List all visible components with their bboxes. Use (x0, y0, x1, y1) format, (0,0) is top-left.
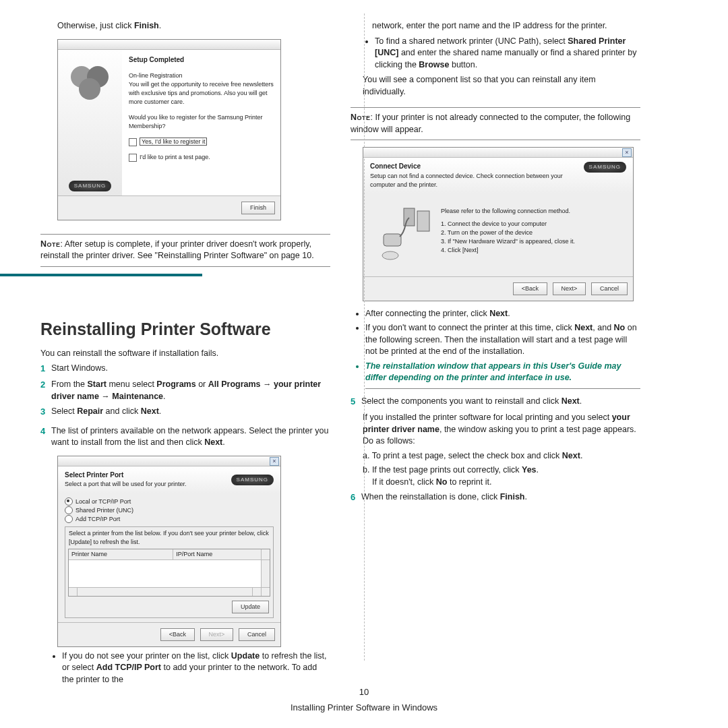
update-button[interactable]: Update (232, 601, 269, 613)
svg-rect-4 (417, 211, 429, 231)
svg-point-2 (79, 78, 100, 100)
samsung-logo: SAMSUNG (69, 181, 111, 191)
connect-graphic-icon (370, 203, 434, 267)
right-column: network, enter the port name and the IP … (351, 20, 640, 689)
svg-point-6 (382, 251, 398, 260)
intro-text: Otherwise, just click (57, 21, 134, 30)
wizard-graphic-icon (67, 57, 114, 104)
scrollbar[interactable] (261, 560, 270, 587)
note-1: Note: After setup is complete, if your p… (40, 234, 330, 267)
register-checkbox[interactable] (129, 138, 137, 146)
step-4: The list of printers available on the ne… (51, 425, 330, 449)
left-column: Otherwise, just click Finish. SAMSUNG Se… (40, 20, 330, 689)
page-number: 10 (0, 686, 728, 699)
bullet-after-connect: After connecting the printer, click Next… (365, 308, 640, 320)
footer-title: Installing Printer Software in Windows (0, 702, 728, 715)
dlg3-title: Connect Device (370, 162, 578, 172)
close-icon[interactable]: × (270, 457, 279, 466)
cancel-button[interactable]: Cancel (239, 628, 275, 641)
testpage-checkbox[interactable] (129, 154, 137, 162)
dlg1-title: Setup Completed (129, 55, 274, 65)
step-5: Select the components you want to reinst… (361, 396, 640, 408)
note-2: Note: If your printer is not already con… (351, 107, 640, 140)
cont-text: network, enter the port name and the IP … (372, 20, 640, 32)
connect-device-dialog: × Connect Device Setup can not find a co… (363, 147, 634, 301)
back-button[interactable]: <Back (513, 282, 547, 295)
bullet-no-connect: If you don't want to connect the printer… (365, 322, 640, 358)
next-button[interactable]: Next> (200, 628, 234, 641)
step-3: Select Repair and click Next. (51, 406, 330, 419)
close-icon[interactable]: × (622, 148, 632, 157)
select-port-dialog: × Select Printer Port Select a port that… (57, 456, 281, 647)
dlg2-title: Select Printer Port (65, 471, 187, 481)
finish-button[interactable]: Finish (241, 202, 275, 214)
next-button[interactable]: Next> (553, 282, 586, 295)
setup-completed-dialog: SAMSUNG Setup Completed On-line Registra… (57, 39, 281, 220)
footer: 10 Installing Printer Software in Window… (0, 686, 728, 715)
col-printer-name: Printer Name (69, 549, 173, 559)
opt-local-radio[interactable] (65, 497, 73, 506)
svg-rect-5 (384, 234, 401, 246)
step-2: From the Start menu select Programs or A… (51, 379, 330, 402)
samsung-logo: SAMSUNG (231, 475, 274, 485)
col-ip-port: IP/Port Name (173, 549, 261, 559)
intro-finish: Finish (134, 21, 159, 30)
column-divider (364, 13, 365, 661)
samsung-logo: SAMSUNG (584, 162, 626, 173)
step-1: Start Windows. (51, 363, 330, 375)
cancel-button[interactable]: Cancel (591, 282, 628, 295)
step-6: When the reinstallation is done, click F… (361, 491, 640, 504)
section-heading: Reinstalling Printer Software (40, 317, 330, 341)
green-note: The reinstallation window that appears i… (365, 361, 640, 389)
bullet-update: If you do not see your printer on the li… (62, 650, 330, 686)
opt-unc-radio[interactable] (65, 506, 73, 514)
bullet-unc: To find a shared network printer (UNC Pa… (375, 36, 640, 71)
back-button[interactable]: <Back (160, 628, 195, 641)
opt-addport-radio[interactable] (65, 515, 73, 523)
